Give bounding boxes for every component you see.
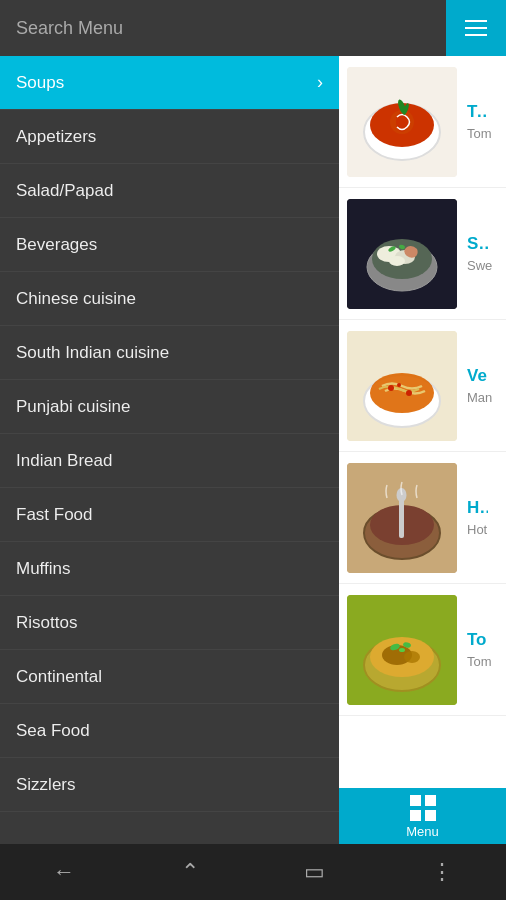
- sidebar-item-label: South Indian cuisine: [16, 343, 169, 363]
- food-info: To n Tom: [457, 94, 498, 149]
- hamburger-icon: [465, 20, 487, 36]
- food-thumbnail: [347, 67, 457, 177]
- food-desc: Man: [467, 390, 488, 405]
- sidebar: Soups › Appetizers Salad/Papad Beverages…: [0, 56, 339, 844]
- home-button[interactable]: ⌃: [181, 859, 199, 885]
- food-desc: Tom: [467, 126, 488, 141]
- svg-point-30: [404, 651, 420, 663]
- svg-rect-36: [410, 810, 421, 821]
- food-item-veg[interactable]: Ve Man: [339, 320, 506, 452]
- sidebar-item-label: Indian Bread: [16, 451, 112, 471]
- svg-point-12: [389, 256, 405, 266]
- sidebar-item-label: Appetizers: [16, 127, 96, 147]
- food-thumbnail: [347, 595, 457, 705]
- sidebar-item-label: Muffins: [16, 559, 71, 579]
- recents-button[interactable]: ▭: [304, 859, 325, 885]
- sidebar-item-appetizers[interactable]: Appetizers: [0, 110, 339, 164]
- search-placeholder: Search Menu: [16, 18, 123, 39]
- food-item-tomato-2[interactable]: To Tom: [339, 584, 506, 716]
- svg-rect-34: [410, 795, 421, 806]
- sidebar-item-muffins[interactable]: Muffins: [0, 542, 339, 596]
- menu-label: Menu: [406, 824, 439, 839]
- sidebar-item-label: Sizzlers: [16, 775, 76, 795]
- food-thumbnail: [347, 331, 457, 441]
- sidebar-item-label: Chinese cuisine: [16, 289, 136, 309]
- food-desc: Swe: [467, 258, 488, 273]
- sidebar-item-risottos[interactable]: Risottos: [0, 596, 339, 650]
- hamburger-button[interactable]: [446, 0, 506, 56]
- sidebar-item-label: Salad/Papad: [16, 181, 113, 201]
- sidebar-item-salad-papad[interactable]: Salad/Papad: [0, 164, 339, 218]
- food-name: To n: [467, 102, 488, 122]
- menu-button[interactable]: Menu: [339, 788, 506, 844]
- food-name: To: [467, 630, 488, 650]
- food-info: Ho Hot: [457, 490, 498, 545]
- sidebar-item-label: Fast Food: [16, 505, 93, 525]
- back-button[interactable]: ←: [53, 859, 75, 885]
- food-thumbnail: [347, 463, 457, 573]
- sidebar-item-label: Risottos: [16, 613, 77, 633]
- sidebar-item-label: Punjabi cuisine: [16, 397, 130, 417]
- sidebar-item-label: Beverages: [16, 235, 97, 255]
- sidebar-item-beverages[interactable]: Beverages: [0, 218, 339, 272]
- home-icon: ⌃: [181, 859, 199, 885]
- more-button[interactable]: ⋮: [431, 859, 453, 885]
- food-item-sweet-corn[interactable]: Sw Swe: [339, 188, 506, 320]
- bottom-navigation: ← ⌃ ▭ ⋮: [0, 844, 506, 900]
- food-desc: Hot: [467, 522, 488, 537]
- svg-point-18: [388, 385, 394, 391]
- sidebar-item-indian-bread[interactable]: Indian Bread: [0, 434, 339, 488]
- food-info: Sw Swe: [457, 226, 498, 281]
- food-name: Ve: [467, 366, 488, 386]
- sidebar-item-label: Sea Food: [16, 721, 90, 741]
- svg-rect-35: [425, 795, 436, 806]
- menu-grid-icon: [409, 794, 437, 822]
- sidebar-item-punjabi[interactable]: Punjabi cuisine: [0, 380, 339, 434]
- svg-point-17: [370, 373, 434, 413]
- sidebar-item-label: Soups: [16, 73, 64, 93]
- food-info: Ve Man: [457, 358, 498, 413]
- back-icon: ←: [53, 859, 75, 885]
- sidebar-item-sizzlers[interactable]: Sizzlers: [0, 758, 339, 812]
- sidebar-item-label: Continental: [16, 667, 102, 687]
- svg-point-19: [406, 390, 412, 396]
- sidebar-item-chinese-cuisine[interactable]: Chinese cuisine: [0, 272, 339, 326]
- food-name: Sw: [467, 234, 488, 254]
- chevron-right-icon: ›: [317, 72, 323, 93]
- sidebar-item-fast-food[interactable]: Fast Food: [0, 488, 339, 542]
- food-thumbnail: [347, 199, 457, 309]
- sidebar-item-south-indian[interactable]: South Indian cuisine: [0, 326, 339, 380]
- app-header: Search Menu: [0, 0, 506, 56]
- search-area[interactable]: Search Menu: [0, 0, 446, 56]
- food-info: To Tom: [457, 622, 498, 677]
- food-list-panel: To n Tom: [339, 56, 506, 844]
- more-icon: ⋮: [431, 859, 453, 885]
- food-item-hot[interactable]: Ho Hot: [339, 452, 506, 584]
- sidebar-item-continental[interactable]: Continental: [0, 650, 339, 704]
- food-item-tomato[interactable]: To n Tom: [339, 56, 506, 188]
- food-name: Ho: [467, 498, 488, 518]
- main-content: Soups › Appetizers Salad/Papad Beverages…: [0, 56, 506, 844]
- sidebar-item-soups[interactable]: Soups ›: [0, 56, 339, 110]
- svg-point-20: [397, 383, 401, 387]
- food-desc: Tom: [467, 654, 488, 669]
- svg-rect-37: [425, 810, 436, 821]
- sidebar-item-sea-food[interactable]: Sea Food: [0, 704, 339, 758]
- recents-icon: ▭: [304, 859, 325, 885]
- svg-point-33: [399, 648, 405, 652]
